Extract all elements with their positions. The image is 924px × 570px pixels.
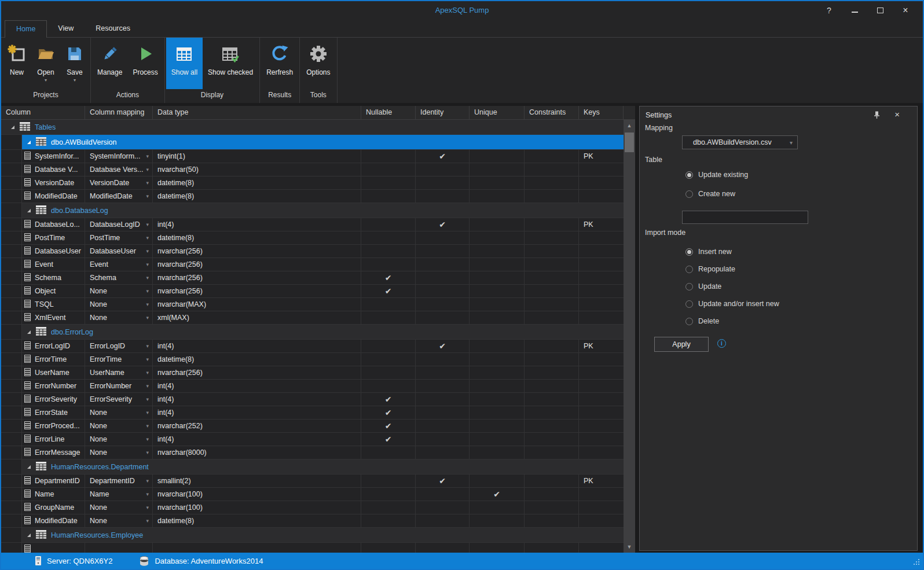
chevron-down-icon[interactable]: ▾ (45, 78, 47, 83)
close-icon[interactable]: × (894, 109, 900, 119)
table-row[interactable]: GroupName None ▾ nvarchar(100) (1, 501, 624, 514)
chevron-down-icon[interactable]: ▾ (146, 275, 149, 281)
chevron-down-icon[interactable]: ▾ (146, 222, 149, 227)
table-row[interactable]: ErrorSeverity ErrorSeverity ▾ int(4) ✔ (1, 393, 624, 406)
expand-triangle-icon[interactable] (27, 330, 31, 334)
chevron-down-icon[interactable]: ▾ (146, 235, 149, 241)
table-row[interactable]: DatabaseLo... DatabaseLogID ▾ int(4) ✔ P… (1, 218, 624, 231)
table-row[interactable]: DepartmentID DepartmentID ▾ smallint(2) … (1, 475, 624, 488)
chevron-down-icon[interactable]: ▾ (146, 248, 149, 254)
table-group-row[interactable]: dbo.ErrorLog (1, 325, 624, 340)
expand-triangle-icon[interactable] (27, 208, 31, 213)
expand-triangle-icon[interactable] (27, 465, 31, 469)
maximize-button[interactable] (867, 1, 893, 20)
table-row[interactable]: Event Event ▾ nvarchar(256) (1, 258, 624, 271)
chevron-down-icon[interactable]: ▾ (146, 356, 149, 362)
manage-button[interactable]: Manage (92, 38, 127, 89)
column-mapping-cell[interactable]: UserName ▾ (85, 366, 153, 379)
radio-icon[interactable] (685, 300, 693, 308)
tab-view[interactable]: View (47, 20, 85, 37)
chevron-down-icon[interactable]: ▾ (146, 193, 149, 199)
column-mapping-cell[interactable]: None ▾ (85, 420, 153, 432)
header-keys[interactable]: Keys (579, 106, 624, 119)
table-group-row[interactable]: HumanResources.Department (1, 459, 624, 475)
radio-icon[interactable] (685, 248, 693, 256)
chevron-down-icon[interactable]: ▾ (146, 370, 149, 376)
column-mapping-cell[interactable]: None ▾ (85, 501, 153, 514)
table-row[interactable]: PostTime PostTime ▾ datetime(8) (1, 231, 624, 245)
scrollbar-thumb[interactable] (625, 133, 634, 152)
expand-triangle-icon[interactable] (27, 533, 31, 538)
radio-import-update[interactable]: Update (685, 282, 779, 291)
chevron-down-icon[interactable]: ▾ (146, 505, 149, 510)
options-button[interactable]: Options (301, 38, 335, 89)
save-button[interactable]: Save ▾ (60, 38, 89, 89)
help-button[interactable]: ? (816, 1, 842, 20)
header-column[interactable]: Column (1, 106, 85, 119)
column-mapping-cell[interactable]: None ▾ (85, 433, 153, 446)
radio-table-create-new[interactable]: Create new (685, 189, 748, 198)
table-row[interactable]: Name Name ▾ nvarchar(100) ✔ (1, 488, 624, 501)
chevron-down-icon[interactable]: ▾ (146, 343, 149, 349)
table-row[interactable]: Object None ▾ nvarchar(256) ✔ (1, 285, 624, 298)
radio-import-insert-new[interactable]: Insert new (685, 247, 779, 256)
close-button[interactable]: × (893, 1, 918, 20)
open-button[interactable]: Open ▾ (31, 38, 60, 89)
radio-icon[interactable] (685, 171, 693, 179)
expand-triangle-icon[interactable] (10, 125, 15, 130)
pin-icon[interactable] (872, 111, 881, 121)
chevron-down-icon[interactable]: ▾ (146, 153, 149, 159)
table-row[interactable]: SystemInfor... SystemInform... ▾ tinyint… (1, 150, 624, 163)
table-group-row[interactable]: dbo.DatabaseLog (1, 203, 624, 218)
column-mapping-cell[interactable]: Database Vers... ▾ (85, 163, 153, 176)
column-mapping-cell[interactable]: ErrorSeverity ▾ (85, 393, 153, 406)
scroll-down-icon[interactable]: ▼ (624, 542, 635, 551)
table-row[interactable]: ▾ (1, 543, 624, 553)
table-row[interactable]: TSQL None ▾ nvarchar(MAX) (1, 298, 624, 311)
radio-import-update-and-or-insert-new[interactable]: Update and/or insert new (685, 299, 779, 308)
column-mapping-cell[interactable]: None ▾ (85, 298, 153, 311)
table-row[interactable]: DatabaseUser DatabaseUser ▾ nvarchar(256… (1, 245, 624, 258)
column-mapping-cell[interactable]: Event ▾ (85, 258, 153, 271)
chevron-down-icon[interactable]: ▾ (146, 180, 149, 186)
radio-import-delete[interactable]: Delete (685, 317, 779, 326)
column-mapping-cell[interactable]: DepartmentID ▾ (85, 475, 153, 487)
table-row[interactable]: UserName UserName ▾ nvarchar(256) (1, 366, 624, 380)
column-mapping-cell[interactable]: ErrorTime ▾ (85, 353, 153, 366)
chevron-down-icon[interactable]: ▾ (74, 78, 76, 83)
table-group-row[interactable]: dbo.AWBuildVersion (1, 135, 624, 150)
radio-table-update-existing[interactable]: Update existing (685, 170, 748, 179)
minimize-button[interactable] (842, 1, 867, 20)
chevron-down-icon[interactable]: ▾ (146, 450, 149, 455)
radio-icon[interactable] (685, 318, 693, 325)
radio-icon[interactable] (685, 266, 693, 273)
vertical-scrollbar[interactable]: ▲ ▼ (624, 120, 635, 553)
table-row[interactable]: ModifiedDate ModifiedDate ▾ datetime(8) (1, 190, 624, 203)
header-nullable[interactable]: Nullable (361, 106, 416, 119)
table-row[interactable]: ErrorLine None ▾ int(4) ✔ (1, 433, 624, 446)
show-all-button[interactable]: Show all (166, 38, 203, 89)
info-icon[interactable]: i (717, 339, 726, 348)
new-table-name-input[interactable] (682, 211, 808, 224)
radio-icon[interactable] (685, 283, 693, 290)
chevron-down-icon[interactable]: ▾ (146, 410, 149, 415)
table-row[interactable]: ErrorMessage None ▾ nvarchar(8000) (1, 446, 624, 459)
column-mapping-cell[interactable]: SystemInform... ▾ (85, 150, 153, 163)
chevron-down-icon[interactable]: ▾ (146, 383, 149, 389)
chevron-down-icon[interactable]: ▾ (146, 423, 149, 429)
column-mapping-cell[interactable]: None ▾ (85, 406, 153, 419)
chevron-down-icon[interactable]: ▾ (146, 167, 149, 172)
show-checked-button[interactable]: Show checked (203, 38, 258, 89)
table-row[interactable]: XmlEvent None ▾ xml(MAX) (1, 311, 624, 325)
chevron-down-icon[interactable]: ▾ (146, 491, 149, 497)
chevron-down-icon[interactable]: ▾ (146, 301, 149, 307)
column-mapping-cell[interactable]: None ▾ (85, 514, 153, 527)
table-row[interactable]: ErrorProced... None ▾ nvarchar(252) ✔ (1, 420, 624, 433)
column-mapping-cell[interactable]: None ▾ (85, 446, 153, 459)
table-row[interactable]: ErrorState None ▾ int(4) ✔ (1, 406, 624, 420)
column-mapping-cell[interactable]: None ▾ (85, 285, 153, 297)
column-mapping-cell[interactable]: None ▾ (85, 311, 153, 324)
table-row[interactable]: VersionDate VersionDate ▾ datetime(8) (1, 176, 624, 190)
radio-icon[interactable] (685, 190, 693, 198)
resize-grip[interactable] (912, 558, 920, 567)
